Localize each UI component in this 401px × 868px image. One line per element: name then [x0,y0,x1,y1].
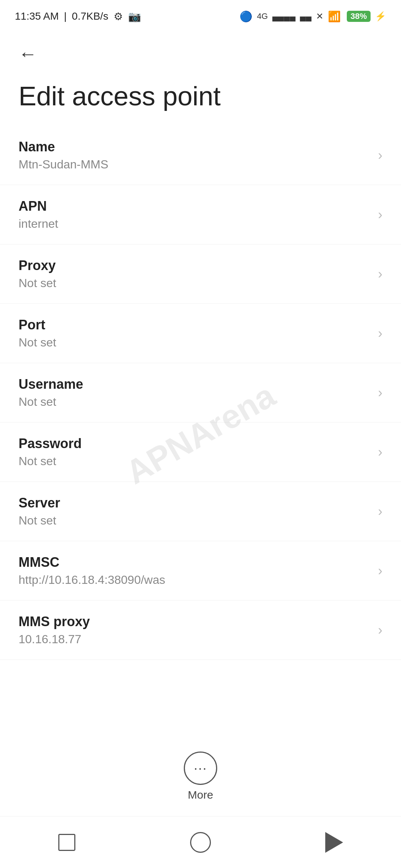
back-nav-button[interactable] [316,824,353,861]
chevron-right-icon: › [378,326,382,341]
page-title: Edit access point [0,74,401,126]
separator: | [64,10,66,22]
settings-item-proxy[interactable]: Proxy Not set › [0,244,401,304]
recents-icon [58,834,75,851]
settings-item-content-port: Port Not set [19,317,371,349]
settings-item-username[interactable]: Username Not set › [0,363,401,423]
home-button[interactable] [182,824,219,861]
more-section: ··· More [0,744,401,809]
settings-value-port: Not set [19,336,371,349]
settings-value-password: Not set [19,454,371,468]
chevron-right-icon: › [378,444,382,460]
wifi-cross-icon: ✕ [316,11,323,22]
settings-label-username: Username [19,377,371,392]
settings-value-server: Not set [19,514,371,527]
settings-label-proxy: Proxy [19,258,371,273]
nav-bar [0,816,401,868]
settings-item-mms-proxy[interactable]: MMS proxy 10.16.18.77 › [0,601,401,660]
battery-level: 38 [351,11,359,21]
home-icon [190,832,211,853]
settings-item-mmsc[interactable]: MMSC http://10.16.18.4:38090/was › [0,541,401,601]
settings-list: Name Mtn-Sudan-MMS › APN internet › Prox… [0,126,401,660]
settings-item-content-apn: APN internet [19,198,371,231]
battery-indicator: 38 % [347,11,371,22]
back-button[interactable]: ← [15,41,41,67]
settings-item-name[interactable]: Name Mtn-Sudan-MMS › [0,126,401,185]
settings-value-name: Mtn-Sudan-MMS [19,158,371,171]
settings-label-password: Password [19,436,371,451]
battery-percent: % [359,11,367,21]
settings-icon: ⚙ [114,10,123,23]
settings-item-content-name: Name Mtn-Sudan-MMS [19,139,371,171]
signal-bars-icon: ▄▄▄▄ [272,11,295,21]
settings-value-mms-proxy: 10.16.18.77 [19,632,371,646]
status-bar: 11:35 AM | 0.7KB/s ⚙ 📷 🔵 4G ▄▄▄▄ ▄▄ ✕ 📶 … [0,0,401,30]
settings-label-name: Name [19,139,371,155]
settings-item-content-proxy: Proxy Not set [19,258,371,290]
wifi-icon: 📶 [328,10,341,23]
settings-label-mms-proxy: MMS proxy [19,614,371,629]
settings-value-apn: internet [19,217,371,231]
settings-label-port: Port [19,317,371,333]
settings-label-apn: APN [19,198,371,214]
settings-item-content-mmsc: MMSC http://10.16.18.4:38090/was [19,555,371,587]
settings-item-port[interactable]: Port Not set › [0,304,401,363]
charging-icon: ⚡ [375,11,386,22]
chevron-right-icon: › [378,385,382,401]
bluetooth-icon: 🔵 [239,10,252,23]
chevron-right-icon: › [378,504,382,519]
chevron-right-icon: › [378,207,382,223]
more-button[interactable]: ··· [184,752,217,785]
chevron-right-icon: › [378,563,382,579]
camera-icon: 📷 [128,10,141,23]
settings-item-content-server: Server Not set [19,495,371,527]
signal-4g-icon: 4G [257,11,268,21]
status-left: 11:35 AM | 0.7KB/s ⚙ 📷 [15,10,141,23]
settings-label-mmsc: MMSC [19,555,371,570]
back-arrow-icon: ← [19,45,37,63]
network-speed: 0.7KB/s [72,10,108,22]
settings-item-content-password: Password Not set [19,436,371,468]
settings-item-password[interactable]: Password Not set › [0,423,401,482]
chevron-right-icon: › [378,266,382,282]
status-right: 🔵 4G ▄▄▄▄ ▄▄ ✕ 📶 38 % ⚡ [239,10,386,23]
chevron-right-icon: › [378,148,382,163]
chevron-right-icon: › [378,622,382,638]
recents-button[interactable] [48,824,85,861]
settings-value-proxy: Not set [19,276,371,290]
settings-item-content-mms-proxy: MMS proxy 10.16.18.77 [19,614,371,646]
settings-value-username: Not set [19,395,371,409]
settings-item-content-username: Username Not set [19,377,371,409]
back-nav-icon [325,832,343,853]
settings-item-server[interactable]: Server Not set › [0,482,401,541]
back-bar: ← [0,30,401,74]
time-display: 11:35 AM [15,10,59,22]
settings-value-mmsc: http://10.16.18.4:38090/was [19,573,371,587]
settings-label-server: Server [19,495,371,511]
settings-item-apn[interactable]: APN internet › [0,185,401,244]
more-label: More [188,789,213,801]
signal-bars-2-icon: ▄▄ [300,11,312,21]
